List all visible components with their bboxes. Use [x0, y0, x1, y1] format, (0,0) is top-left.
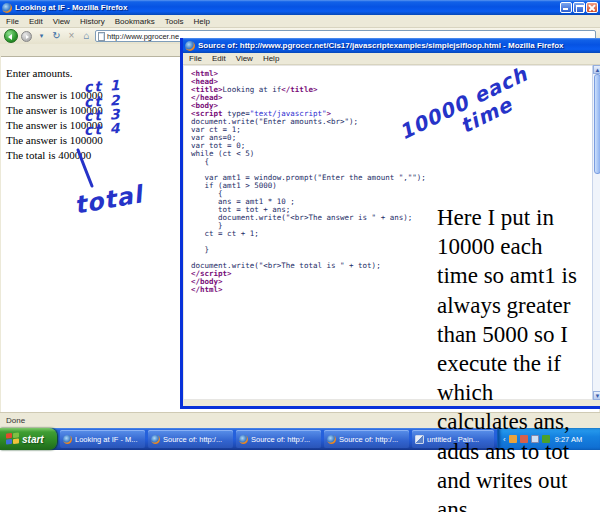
maximize-button[interactable]: [573, 2, 585, 13]
code-line: </head>: [191, 94, 426, 102]
firefox-icon: [327, 435, 336, 444]
source-menu-bar: File Edit View Help: [183, 53, 600, 65]
scrollbar-thumb[interactable]: [594, 74, 600, 174]
main-menu-bar: File Edit View History Bookmarks Tools H…: [0, 15, 600, 28]
taskbar-button-source-3[interactable]: Source of: http:/...: [324, 430, 409, 448]
code-line: </html>: [191, 286, 426, 294]
code-line: }: [191, 246, 426, 254]
stop-button[interactable]: ×: [65, 30, 78, 42]
code-line: <title>Looking at if</title>: [191, 86, 426, 94]
main-window-title: Looking at IF - Mozilla Firefox: [15, 3, 560, 12]
close-button[interactable]: [586, 2, 598, 13]
taskbar-button-source-1[interactable]: Source of: http:/...: [148, 430, 233, 448]
menu-view[interactable]: View: [236, 54, 253, 63]
menu-file[interactable]: File: [189, 54, 202, 63]
typed-side-note: Here I put in10000 eachtime so amt1 isal…: [437, 203, 600, 512]
output-line: The answer is 100000: [6, 133, 103, 148]
menu-edit[interactable]: Edit: [29, 17, 43, 26]
back-button[interactable]: [4, 29, 18, 43]
back-arrow-icon: [8, 34, 12, 40]
menu-tools[interactable]: Tools: [165, 17, 184, 26]
source-window-title: Source of: http://www.pgrocer.net/Cis17/…: [198, 41, 600, 50]
firefox-icon: [2, 3, 12, 13]
side-note-line: 10000 each: [437, 232, 600, 261]
menu-help[interactable]: Help: [263, 54, 279, 63]
status-text: Done: [6, 416, 25, 425]
side-note-line: always greater: [437, 291, 600, 320]
side-note-line: Here I put in: [437, 203, 600, 232]
code-line: while (ct < 5): [191, 150, 426, 158]
side-note-line: than 5000 so I: [437, 320, 600, 349]
side-note-line: calculates ans,: [437, 407, 600, 436]
side-note-line: which: [437, 378, 600, 407]
forward-arrow-icon: [26, 35, 29, 39]
output-line: The answer is 100000: [6, 88, 103, 103]
firefox-icon: [63, 435, 72, 444]
code-line: document.write("<br>The answer is " + an…: [191, 214, 426, 222]
windows-flag-icon: [6, 433, 19, 446]
minimize-button[interactable]: [560, 2, 572, 13]
code-line: </body>: [191, 278, 426, 286]
side-note-line: adds ans to tot: [437, 437, 600, 466]
home-button[interactable]: ⌂: [80, 30, 93, 42]
app-icon: [415, 435, 424, 444]
side-note-line: ans.: [437, 495, 600, 512]
taskbar-button-looking-at-if[interactable]: Looking at IF - M...: [60, 430, 145, 448]
output-line: Enter amounts.: [6, 66, 103, 81]
menu-edit[interactable]: Edit: [212, 54, 226, 63]
source-title-bar[interactable]: Source of: http://www.pgrocer.net/Cis17/…: [183, 38, 600, 53]
side-note-line: time so amt1 is: [437, 261, 600, 290]
firefox-icon: [185, 41, 195, 51]
code-line: if (amt1 > 5000): [191, 182, 426, 190]
menu-help[interactable]: Help: [193, 17, 209, 26]
menu-view[interactable]: View: [53, 17, 70, 26]
code-line: ct = ct + 1;: [191, 230, 426, 238]
code-line: [191, 238, 426, 246]
code-line: <html>: [191, 70, 426, 78]
firefox-icon: [151, 435, 160, 444]
output-line: The total is 400000: [6, 148, 103, 163]
firefox-icon: [239, 435, 248, 444]
page-icon: [98, 32, 105, 41]
source-code: <html><head><title>Looking at if</title>…: [191, 70, 426, 294]
reload-button[interactable]: ↻: [50, 30, 63, 42]
forward-button[interactable]: [21, 31, 32, 42]
output-line: The answer is 100000: [6, 103, 103, 118]
history-dropdown-icon[interactable]: ▾: [35, 30, 48, 42]
script-output: Enter amounts. The answer is 100000 The …: [6, 66, 103, 163]
menu-bookmarks[interactable]: Bookmarks: [115, 17, 155, 26]
side-note-line: execute the if: [437, 349, 600, 378]
menu-history[interactable]: History: [80, 17, 105, 26]
side-note-line: and writes out: [437, 466, 600, 495]
output-line: The answer is 100000: [6, 118, 103, 133]
start-button[interactable]: start: [0, 428, 57, 450]
scroll-up-icon[interactable]: ▲: [593, 65, 600, 74]
address-url: http://www.pgrocer.ne: [107, 32, 179, 41]
taskbar-button-source-2[interactable]: Source of: http:/...: [236, 430, 321, 448]
code-line: {: [191, 158, 426, 166]
main-title-bar[interactable]: Looking at IF - Mozilla Firefox: [0, 0, 600, 15]
menu-file[interactable]: File: [6, 17, 19, 26]
code-line: </script>: [191, 270, 426, 278]
